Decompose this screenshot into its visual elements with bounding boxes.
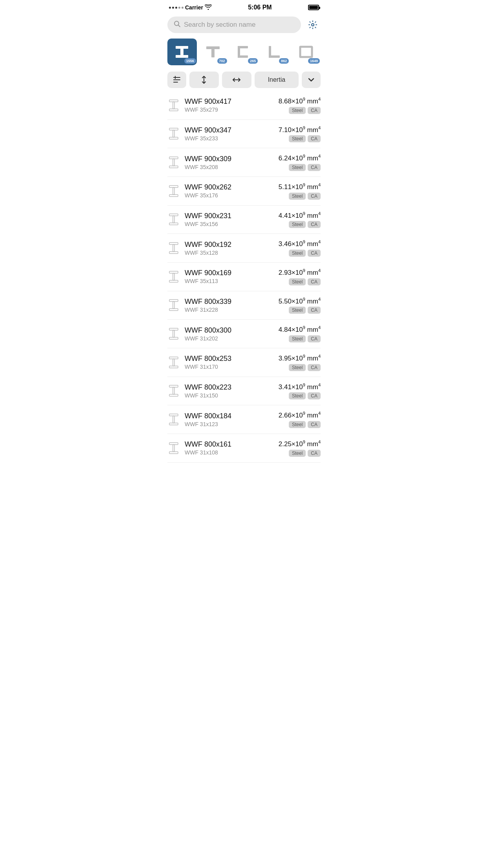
section-info: WWF 800x184 WWF 31x123 [185,412,274,427]
svg-rect-45 [173,330,174,337]
section-name: WWF 800x223 [185,383,274,392]
settings-button[interactable] [305,17,321,33]
search-bar[interactable]: Search by section name [167,17,301,33]
section-name: WWF 900x192 [185,241,274,249]
section-icon [167,271,180,283]
sort-width-button[interactable] [222,72,251,88]
svg-rect-57 [173,445,174,452]
section-tag: Steel [289,107,306,114]
sort-height-button[interactable] [189,72,219,88]
shape-tab-rect[interactable]: 1649 [291,39,321,65]
section-tags: SteelCA [279,335,321,342]
list-item[interactable]: WWF 800x339 WWF 31x228 5.50×109 mm4 Stee… [167,291,321,320]
signal-dots [169,7,183,9]
shape-tab-tee-count: 702 [217,58,227,64]
section-name: WWF 800x339 [185,298,274,306]
section-tag: CA [308,364,321,371]
section-tag: Steel [289,335,306,342]
sort-direction-button[interactable] [302,72,321,88]
shape-tab-channel[interactable]: 265 [229,39,259,65]
section-value-block: 4.84×109 mm4 SteelCA [279,325,321,342]
section-tag: Steel [289,135,306,142]
svg-rect-22 [169,109,178,111]
section-icon [167,185,180,197]
list-item[interactable]: WWF 800x161 WWF 31x108 2.25×109 mm4 Stee… [167,434,321,463]
list-item[interactable]: WWF 800x253 WWF 31x170 3.95×109 mm4 Stee… [167,348,321,377]
section-icon [167,128,180,140]
section-tags: SteelCA [279,107,321,114]
list-item[interactable]: WWF 900x231 WWF 35x156 4.41×109 mm4 Stee… [167,206,321,234]
section-tag: CA [308,135,321,142]
svg-rect-49 [169,366,178,368]
section-name: WWF 900x309 [185,155,274,163]
section-icon [167,213,180,225]
status-right [308,5,319,10]
section-name: WWF 800x184 [185,412,274,420]
svg-rect-28 [169,166,178,168]
section-sub: WWF 31x123 [185,421,274,427]
list-item[interactable]: WWF 800x184 WWF 31x123 2.66×109 mm4 Stee… [167,405,321,434]
section-icon [167,299,180,311]
section-tags: SteelCA [279,164,321,171]
section-icon [167,442,180,454]
sort-property-button[interactable]: Inertia [255,72,299,88]
svg-rect-27 [173,159,174,166]
section-tags: SteelCA [279,278,321,285]
section-value-block: 6.24×109 mm4 SteelCA [279,154,321,171]
shape-tab-angle[interactable]: 862 [260,39,290,65]
filter-button[interactable] [167,72,186,88]
battery-icon [308,5,319,10]
section-value-block: 3.95×109 mm4 SteelCA [279,354,321,371]
section-tag: CA [308,193,321,200]
list-item[interactable]: WWF 900x192 WWF 35x128 3.46×109 mm4 Stee… [167,234,321,263]
section-inertia: 5.50×109 mm4 [279,297,321,305]
section-inertia: 2.25×109 mm4 [279,440,321,448]
section-sub: WWF 31x108 [185,449,274,456]
section-inertia: 2.66×109 mm4 [279,411,321,419]
list-item[interactable]: WWF 900x309 WWF 35x208 6.24×109 mm4 Stee… [167,148,321,177]
svg-rect-51 [173,387,174,394]
section-tag: Steel [289,450,306,457]
section-name: WWF 800x300 [185,326,274,335]
section-sub: WWF 35x233 [185,135,274,142]
section-inertia: 3.46×109 mm4 [279,239,321,248]
section-sub: WWF 35x156 [185,221,274,227]
shape-tab-tee[interactable]: 702 [198,39,228,65]
section-inertia: 3.95×109 mm4 [279,354,321,362]
svg-rect-52 [169,394,178,396]
status-bar: Carrier 5:06 PM [163,0,325,13]
carrier-label: Carrier [185,4,203,11]
shape-tab-ibeam[interactable]: 1556 [167,39,197,65]
section-tag: Steel [289,307,306,314]
list-item[interactable]: WWF 800x223 WWF 31x150 3.41×109 mm4 Stee… [167,377,321,406]
list-item[interactable]: WWF 900x169 WWF 35x113 2.93×109 mm4 Stee… [167,263,321,291]
section-sub: WWF 35x176 [185,192,274,199]
section-tag: Steel [289,364,306,371]
section-tag: Steel [289,392,306,399]
svg-rect-4 [180,49,183,55]
svg-rect-25 [169,137,178,139]
section-value-block: 2.66×109 mm4 SteelCA [279,411,321,428]
section-info: WWF 800x253 WWF 31x170 [185,355,274,370]
svg-rect-3 [176,46,188,49]
list-item[interactable]: WWF 800x300 WWF 31x202 4.84×109 mm4 Stee… [167,320,321,348]
shape-tab-angle-count: 862 [279,58,289,64]
section-icon [167,385,180,397]
section-value-block: 8.68×109 mm4 SteelCA [279,97,321,114]
list-item[interactable]: WWF 900x347 WWF 35x233 7.10×109 mm4 Stee… [167,120,321,149]
svg-rect-55 [169,423,178,425]
section-info: WWF 900x192 WWF 35x128 [185,241,274,256]
list-item[interactable]: WWF 900x262 WWF 35x176 5.11×109 mm4 Stee… [167,177,321,206]
section-value-block: 7.10×109 mm4 SteelCA [279,125,321,143]
section-tags: SteelCA [279,450,321,457]
list-item[interactable]: WWF 900x417 WWF 35x279 8.68×109 mm4 Stee… [167,91,321,120]
section-info: WWF 900x169 WWF 35x113 [185,269,274,284]
section-sub: WWF 31x228 [185,307,274,313]
svg-rect-48 [173,359,174,366]
svg-rect-13 [300,47,312,57]
svg-rect-33 [173,216,174,223]
section-value-block: 5.11×109 mm4 SteelCA [279,182,321,200]
section-icon [167,414,180,425]
section-icon [167,328,180,340]
section-tag: Steel [289,193,306,200]
